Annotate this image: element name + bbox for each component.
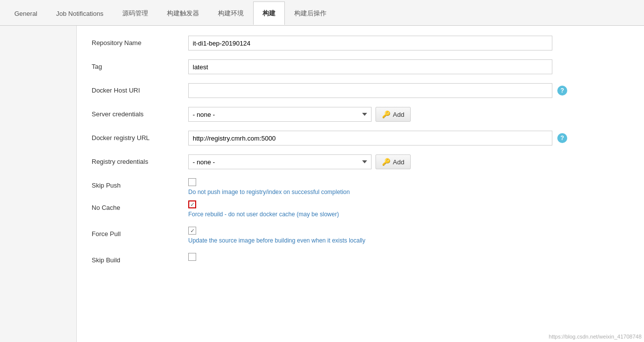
skip-build-row: Skip Build [92, 253, 629, 264]
tab-构建[interactable]: 构建 [253, 1, 285, 25]
tab-源码管理[interactable]: 源码管理 [113, 1, 158, 25]
form-area: Repository Name Tag Docker Host URI ? Se… [77, 26, 644, 342]
skip-build-checkbox-container [188, 253, 196, 261]
force-pull-hint: Update the source image before building … [188, 237, 366, 244]
registry-credentials-control: - none - 🔑 Add [188, 154, 629, 169]
docker-host-uri-help-icon[interactable]: ? [557, 86, 567, 96]
tag-control [188, 59, 629, 74]
skip-push-label: Skip Push [92, 178, 188, 189]
tab-General[interactable]: General [5, 2, 47, 24]
main-content: Repository Name Tag Docker Host URI ? Se… [0, 26, 644, 342]
force-pull-checkmark: ✓ [190, 228, 195, 234]
registry-credentials-row: Registry credentials - none - 🔑 Add [92, 154, 629, 169]
registry-credentials-select-wrap: - none - 🔑 Add [188, 154, 411, 169]
skip-build-wrap [188, 253, 196, 261]
tab-bar: GeneralJob Notifications源码管理构建触发器构建环境构建构… [0, 0, 644, 26]
server-credentials-select-wrap: - none - 🔑 Add [188, 107, 411, 122]
left-sidebar [0, 26, 77, 342]
skip-push-checkbox[interactable] [188, 178, 196, 186]
docker-registry-url-row: Docker registry URL ? [92, 131, 629, 146]
no-cache-label: No Cache [92, 200, 188, 211]
no-cache-wrap: ✓ Force rebuild - do not user docker cac… [188, 200, 339, 218]
tag-label: Tag [92, 59, 188, 70]
docker-host-uri-control: ? [188, 83, 629, 98]
registry-credentials-add-button[interactable]: 🔑 Add [376, 154, 411, 169]
skip-push-row: Skip Push Do not push image to registry/… [92, 178, 629, 195]
skip-push-wrap: Do not push image to registry/index on s… [188, 178, 350, 195]
server-credentials-select[interactable]: - none - [188, 107, 372, 122]
docker-registry-url-input[interactable] [188, 131, 552, 146]
registry-credentials-select[interactable]: - none - [188, 154, 372, 169]
tag-input[interactable] [188, 59, 552, 74]
add-label-2: Add [393, 158, 404, 166]
registry-credentials-label: Registry credentials [92, 154, 188, 165]
no-cache-checkbox[interactable]: ✓ [188, 200, 196, 208]
server-credentials-add-button[interactable]: 🔑 Add [376, 107, 411, 122]
docker-registry-url-label: Docker registry URL [92, 131, 188, 142]
force-pull-row: Force Pull ✓ Update the source image bef… [92, 227, 629, 244]
skip-push-hint: Do not push image to registry/index on s… [188, 189, 350, 195]
repository-name-label: Repository Name [92, 36, 188, 47]
tab-构建触发器[interactable]: 构建触发器 [158, 1, 209, 25]
add-label: Add [393, 111, 404, 118]
docker-host-uri-input[interactable] [188, 83, 552, 98]
server-credentials-row: Server credentials - none - 🔑 Add [92, 107, 629, 122]
tab-构建后操作[interactable]: 构建后操作 [285, 1, 336, 25]
force-pull-label: Force Pull [92, 227, 188, 238]
skip-build-label: Skip Build [92, 253, 188, 264]
skip-push-checkbox-container [188, 178, 196, 186]
tag-row: Tag [92, 59, 629, 74]
docker-host-uri-row: Docker Host URI ? [92, 83, 629, 98]
repository-name-control [188, 36, 629, 50]
bottom-url: https://blog.csdn.net/weixin_41708748 [549, 334, 642, 340]
tab-构建环境[interactable]: 构建环境 [209, 1, 253, 25]
no-cache-row: No Cache ✓ Force rebuild - do not user d… [92, 200, 629, 218]
repository-name-input[interactable] [188, 36, 552, 50]
repository-name-row: Repository Name [92, 36, 629, 50]
docker-registry-url-help-icon[interactable]: ? [557, 133, 567, 143]
no-cache-checkmark: ✓ [190, 201, 195, 208]
key-icon: 🔑 [382, 110, 390, 118]
server-credentials-control: - none - 🔑 Add [188, 107, 629, 122]
docker-registry-url-control: ? [188, 131, 629, 146]
docker-host-uri-label: Docker Host URI [92, 83, 188, 94]
no-cache-checkbox-container: ✓ [188, 200, 196, 208]
tab-Job Notifications[interactable]: Job Notifications [47, 2, 112, 24]
force-pull-wrap: ✓ Update the source image before buildin… [188, 227, 366, 244]
force-pull-checkbox-container: ✓ [188, 227, 196, 235]
force-pull-checkbox[interactable]: ✓ [188, 227, 196, 235]
key-icon-2: 🔑 [382, 158, 390, 166]
server-credentials-label: Server credentials [92, 107, 188, 118]
skip-build-checkbox[interactable] [188, 253, 196, 261]
no-cache-hint: Force rebuild - do not user docker cache… [188, 211, 339, 218]
